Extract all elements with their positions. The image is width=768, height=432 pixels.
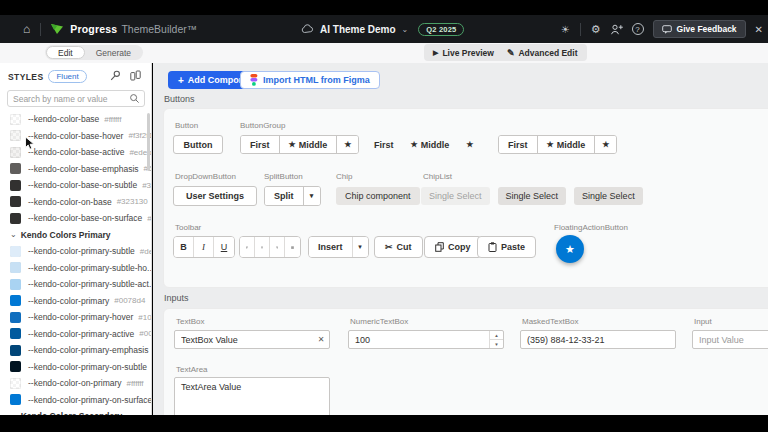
chiplist-chip[interactable]: Single Select: [421, 187, 490, 205]
token-row[interactable]: --kendo-color-primary-hover#106ebe: [0, 309, 151, 326]
close-icon[interactable]: ✕: [755, 24, 763, 35]
button-group-star[interactable]: ★: [337, 136, 358, 153]
paste-button[interactable]: Paste: [477, 236, 536, 258]
switch-view-icon[interactable]: [130, 70, 141, 81]
spin-up-icon[interactable]: ▲: [490, 331, 503, 340]
align-justify-button[interactable]: [285, 237, 300, 257]
color-swatch[interactable]: [10, 279, 21, 290]
token-row[interactable]: --kendo-color-base-on-surface#3231..: [0, 210, 151, 227]
color-swatch[interactable]: [10, 163, 21, 174]
button-group-star[interactable]: ★: [595, 136, 616, 153]
italic-button[interactable]: I: [194, 237, 214, 257]
color-swatch[interactable]: [10, 246, 21, 257]
input-input[interactable]: [693, 335, 768, 345]
button-group-first[interactable]: First: [241, 136, 280, 153]
token-row[interactable]: --kendo-color-on-primary#ffffff: [0, 375, 151, 392]
give-feedback-button[interactable]: Give Feedback: [653, 20, 746, 38]
styles-search-input[interactable]: [8, 94, 129, 104]
button-group-middle[interactable]: ★Middle: [280, 136, 338, 153]
flat-group-first[interactable]: First: [374, 140, 394, 150]
token-section-header[interactable]: ⌄Kendo Colors Primary: [0, 227, 151, 244]
search-styles-icon[interactable]: [110, 70, 121, 81]
button-group-middle[interactable]: ★Middle: [538, 136, 596, 153]
token-row[interactable]: --kendo-color-primary-subtle#deecf9: [0, 243, 151, 260]
chiplist-chip[interactable]: Single Select: [498, 187, 567, 205]
invite-user-icon[interactable]: [610, 24, 623, 35]
token-row[interactable]: --kendo-color-base-hover#f3f2f1: [0, 128, 151, 145]
token-row[interactable]: --kendo-color-base-emphasis#605e5c: [0, 161, 151, 178]
color-swatch[interactable]: [10, 345, 21, 356]
settings-gear-icon[interactable]: ⚙: [591, 23, 601, 36]
token-row[interactable]: --kendo-color-base#ffffff: [0, 111, 151, 128]
token-row[interactable]: --kendo-color-primary-on-surface#0...: [0, 392, 151, 409]
token-row[interactable]: --kendo-color-primary-on-subtle#001...: [0, 359, 151, 376]
help-icon[interactable]: ?: [632, 23, 644, 35]
color-swatch[interactable]: [10, 312, 21, 323]
token-row[interactable]: --kendo-color-primary#0078d4: [0, 293, 151, 310]
token-section-header[interactable]: ⌄Kendo Colors Secondary: [0, 408, 151, 415]
floating-action-button[interactable]: ★: [556, 235, 584, 263]
live-preview-button[interactable]: ▶ Live Preview: [433, 48, 494, 58]
color-swatch[interactable]: [10, 180, 21, 191]
color-swatch[interactable]: [10, 262, 21, 273]
star-icon: ★: [411, 141, 418, 149]
color-swatch[interactable]: [10, 394, 21, 405]
align-center-button[interactable]: [255, 237, 270, 257]
flat-group-star[interactable]: ★: [466, 141, 473, 149]
bold-button[interactable]: B: [174, 237, 194, 257]
token-row[interactable]: --kendo-color-base-on-subtle#32...⋯: [0, 177, 151, 194]
insert-caret-button[interactable]: ▾: [353, 237, 368, 257]
cut-button[interactable]: ✂ Cut: [374, 236, 423, 258]
sidebar-scrollbar[interactable]: [147, 113, 150, 171]
textarea-input[interactable]: TextArea Value: [174, 377, 330, 415]
split-caret-button[interactable]: ▾: [304, 187, 320, 205]
split-main-button[interactable]: Split: [265, 187, 303, 205]
import-figma-button[interactable]: Import HTML from Figma: [240, 71, 380, 89]
theme-badge[interactable]: Fluent: [48, 70, 86, 83]
copy-button[interactable]: Copy: [424, 236, 482, 258]
token-row[interactable]: --kendo-color-primary-subtle-ho...#c...: [0, 260, 151, 277]
align-left-button[interactable]: [240, 237, 255, 257]
underline-button[interactable]: U: [214, 237, 234, 257]
align-right-button[interactable]: [270, 237, 285, 257]
token-hex: #0078d4: [114, 296, 145, 305]
chiplist-chip[interactable]: Single Select: [574, 187, 643, 205]
flat-group-middle[interactable]: ★Middle: [411, 140, 450, 150]
project-switcher[interactable]: AI Theme Demo ⌄ Q2 2025: [301, 15, 464, 43]
color-swatch[interactable]: [10, 196, 21, 207]
advanced-edit-button[interactable]: ✎ Advanced Edit: [507, 48, 578, 58]
button-group: First ★Middle ★: [240, 135, 359, 154]
token-row[interactable]: --kendo-color-primary-emphasis#00...: [0, 342, 151, 359]
maskedtextbox-input[interactable]: [521, 335, 675, 345]
align-right-icon: [276, 243, 278, 252]
color-swatch[interactable]: [10, 114, 21, 125]
color-swatch[interactable]: [10, 295, 21, 306]
color-swatch[interactable]: [10, 361, 21, 372]
color-swatch[interactable]: [10, 147, 21, 158]
token-name: --kendo-color-primary: [28, 296, 109, 306]
dropdownbutton-demo[interactable]: User Settings: [173, 186, 257, 206]
color-swatch[interactable]: [10, 378, 21, 389]
token-row[interactable]: --kendo-color-primary-active#005a9e: [0, 326, 151, 343]
color-swatch[interactable]: [10, 328, 21, 339]
token-row[interactable]: --kendo-color-on-base#323130: [0, 194, 151, 211]
token-list: --kendo-color-base#ffffff--kendo-color-b…: [0, 111, 151, 415]
spin-down-icon[interactable]: ▼: [490, 340, 503, 348]
textbox-input[interactable]: [175, 335, 313, 345]
token-row[interactable]: --kendo-color-base-active#edebe9: [0, 144, 151, 161]
tab-generate[interactable]: Generate: [85, 46, 142, 59]
button-group-first[interactable]: First: [499, 136, 538, 153]
numerictextbox-input[interactable]: [349, 335, 489, 345]
chiplist-label: ChipList: [423, 172, 452, 181]
home-icon[interactable]: ⌂: [23, 22, 30, 36]
button-demo[interactable]: Button: [173, 135, 223, 154]
edit-generate-switch: Edit Generate: [45, 45, 143, 60]
color-swatch[interactable]: [10, 130, 21, 141]
insert-button[interactable]: Insert: [309, 237, 353, 257]
token-row[interactable]: --kendo-color-primary-subtle-act...#a...: [0, 276, 151, 293]
tab-edit[interactable]: Edit: [46, 46, 85, 59]
clear-icon[interactable]: ✕: [313, 335, 329, 344]
color-swatch[interactable]: [10, 213, 21, 224]
chip-demo[interactable]: Chip component: [336, 187, 420, 205]
theme-light-icon[interactable]: ☀: [561, 24, 570, 35]
